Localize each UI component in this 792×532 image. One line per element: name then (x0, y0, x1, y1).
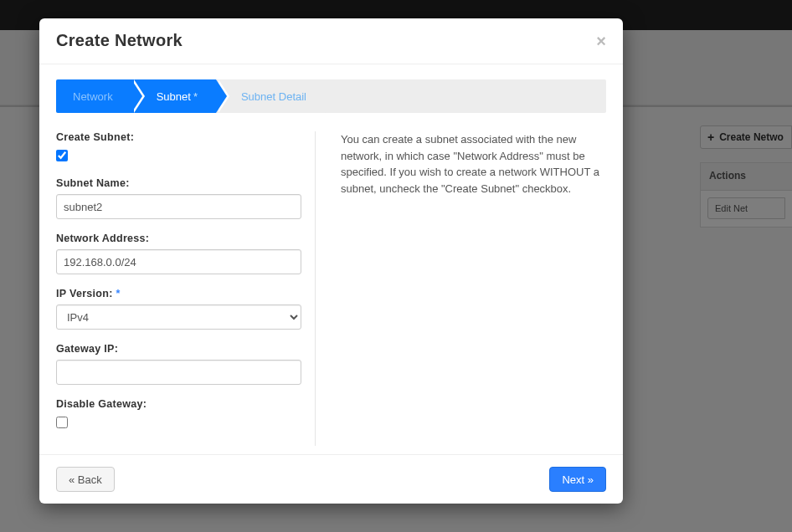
field-subnet-name: Subnet Name: (56, 177, 301, 219)
modal-body: Network Subnet * Subnet Detail Create Su… (39, 64, 623, 454)
field-create-subnet: Create Subnet: (56, 131, 301, 164)
wizard-steps: Network Subnet * Subnet Detail (56, 79, 606, 113)
wizard-step-label: Subnet (157, 90, 191, 103)
field-ip-version: IP Version: * IPv4 (56, 288, 301, 330)
network-address-input[interactable] (56, 249, 301, 274)
wizard-step-label: Subnet Detail (241, 90, 306, 103)
form-columns: Create Subnet: Subnet Name: Network Addr… (56, 131, 606, 446)
required-asterisk: * (116, 288, 120, 299)
ip-version-label: IP Version: * (56, 288, 301, 299)
gateway-ip-input[interactable] (56, 360, 301, 385)
disable-gateway-checkbox[interactable] (56, 417, 68, 428)
disable-gateway-label: Disable Gateway: (56, 398, 301, 410)
wizard-step-label: Network (73, 90, 113, 103)
field-gateway-ip: Gateway IP: (56, 343, 301, 385)
field-disable-gateway: Disable Gateway: (56, 398, 301, 431)
subnet-name-label: Subnet Name: (56, 177, 301, 189)
ip-version-select[interactable]: IPv4 (56, 304, 301, 330)
subnet-name-input[interactable] (56, 194, 301, 219)
gateway-ip-label: Gateway IP: (56, 343, 301, 355)
help-text: You can create a subnet associated with … (341, 131, 606, 446)
modal-footer: « Back Next » (39, 454, 623, 504)
create-subnet-checkbox[interactable] (56, 150, 68, 161)
wizard-step-subnet-detail[interactable]: Subnet Detail (216, 79, 325, 113)
create-network-modal: Create Network × Network Subnet * Subnet… (39, 18, 623, 504)
modal-header: Create Network × (39, 18, 623, 64)
wizard-step-network[interactable]: Network (56, 79, 131, 113)
required-asterisk: * (193, 90, 198, 103)
close-icon[interactable]: × (596, 33, 606, 49)
next-button[interactable]: Next » (549, 467, 606, 492)
back-button[interactable]: « Back (56, 467, 115, 492)
field-network-address: Network Address: (56, 233, 301, 274)
ip-version-label-text: IP Version: (56, 288, 113, 299)
network-address-label: Network Address: (56, 233, 301, 244)
form-left-column: Create Subnet: Subnet Name: Network Addr… (56, 131, 316, 446)
modal-title: Create Network (56, 31, 183, 50)
create-subnet-label: Create Subnet: (56, 131, 301, 143)
